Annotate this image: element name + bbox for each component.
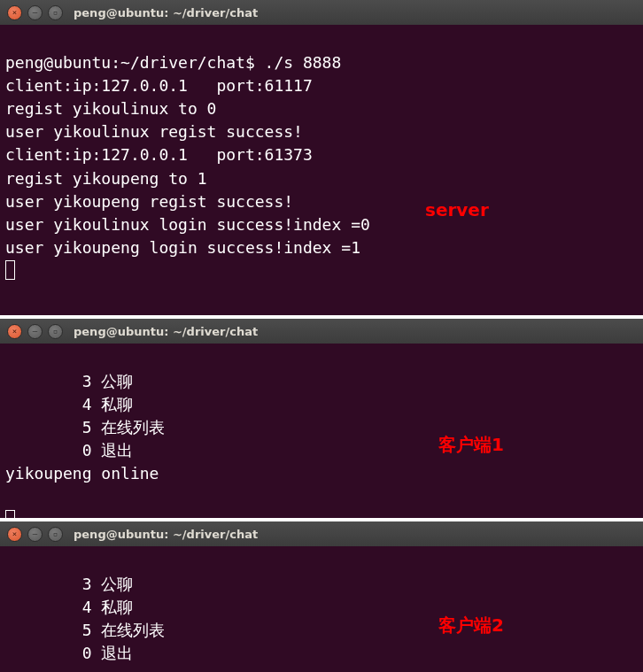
output-line: user yikoulinux regist success! bbox=[5, 122, 303, 141]
menu-option: 3 公聊 bbox=[5, 575, 133, 593]
window-title: peng@ubuntu: ~/driver/chat bbox=[74, 6, 258, 19]
menu-option: 4 私聊 bbox=[5, 395, 133, 413]
annotation-label: server bbox=[425, 197, 489, 223]
terminal-output[interactable]: 3 公聊 4 私聊 5 在线列表 0 退出 yikoupeng online 客… bbox=[0, 344, 643, 518]
output-line: regist yikoupeng to 1 bbox=[5, 169, 207, 188]
close-icon[interactable]: × bbox=[7, 5, 22, 20]
output-line: user yikoupeng regist success! bbox=[5, 192, 293, 211]
terminal-output[interactable]: peng@ubuntu:~/driver/chat$ ./s 8888 clie… bbox=[0, 25, 643, 315]
terminal-window-server: × – ▫ peng@ubuntu: ~/driver/chat peng@ub… bbox=[0, 0, 643, 315]
window-title: peng@ubuntu: ~/driver/chat bbox=[74, 325, 258, 338]
window-title: peng@ubuntu: ~/driver/chat bbox=[74, 528, 258, 541]
minimize-icon[interactable]: – bbox=[27, 324, 43, 339]
cursor-icon bbox=[5, 510, 15, 518]
titlebar[interactable]: × – ▫ peng@ubuntu: ~/driver/chat bbox=[0, 521, 643, 546]
terminal-output[interactable]: 3 公聊 4 私聊 5 在线列表 0 退出 客户端2 bbox=[0, 546, 643, 672]
output-line: yikoupeng online bbox=[5, 464, 159, 483]
menu-option: 4 私聊 bbox=[5, 598, 133, 616]
maximize-icon[interactable]: ▫ bbox=[48, 527, 63, 542]
maximize-icon[interactable]: ▫ bbox=[48, 5, 63, 20]
minimize-icon[interactable]: – bbox=[27, 5, 43, 20]
close-icon[interactable]: × bbox=[7, 324, 22, 339]
menu-option: 0 退出 bbox=[5, 644, 133, 662]
titlebar[interactable]: × – ▫ peng@ubuntu: ~/driver/chat bbox=[0, 0, 643, 25]
menu-option: 0 退出 bbox=[5, 441, 133, 460]
terminal-window-client2: × – ▫ peng@ubuntu: ~/driver/chat 3 公聊 4 … bbox=[0, 521, 643, 672]
annotation-label: 客户端1 bbox=[438, 432, 504, 458]
menu-option: 3 公聊 bbox=[5, 372, 133, 390]
maximize-icon[interactable]: ▫ bbox=[48, 324, 63, 339]
minimize-icon[interactable]: – bbox=[27, 527, 43, 542]
output-line: client:ip:127.0.0.1 port:61117 bbox=[5, 76, 313, 95]
menu-option: 5 在线列表 bbox=[5, 418, 165, 436]
cursor-icon bbox=[5, 260, 15, 280]
menu-option: 5 在线列表 bbox=[5, 621, 165, 639]
output-line: user yikoulinux login success!index =0 bbox=[5, 215, 370, 234]
output-line: peng@ubuntu:~/driver/chat$ ./s 8888 bbox=[5, 53, 341, 72]
titlebar[interactable]: × – ▫ peng@ubuntu: ~/driver/chat bbox=[0, 319, 643, 344]
output-line: user yikoupeng login success!index =1 bbox=[5, 238, 360, 257]
terminal-window-client1: × – ▫ peng@ubuntu: ~/driver/chat 3 公聊 4 … bbox=[0, 319, 643, 518]
output-line: regist yikoulinux to 0 bbox=[5, 99, 216, 118]
annotation-label: 客户端2 bbox=[438, 613, 504, 638]
output-line: client:ip:127.0.0.1 port:61373 bbox=[5, 145, 313, 164]
close-icon[interactable]: × bbox=[7, 527, 22, 542]
